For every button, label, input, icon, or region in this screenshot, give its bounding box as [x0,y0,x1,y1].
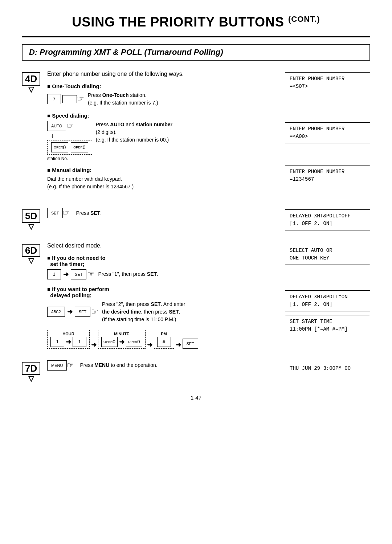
page-number: 1-47 [22,394,370,401]
section-header: D: Programming XMT & POLL (Turnaround Po… [22,44,370,61]
screen-4d-2: ENTER PHONE NUMBER =<A00> [285,122,370,143]
key-1-mode1: 1 [47,269,61,279]
screen-6d-2: DELAYED XMT&POLL=ON [1. OFF 2. ON] [285,290,370,311]
menu-key-7d: MENU [47,360,67,371]
final-set-key: SET [183,339,198,349]
step-5d-badge: 5D ▽ [22,208,47,231]
set-key-mode1: SET [71,269,86,279]
timer-row: HOUR 1 ➜ 1 ➜ MINUTE OPER 0 ➜ OPER [47,330,285,349]
page-title: USING THE PRIORITY BUTTONS (CONT.) [22,15,370,30]
screen-6d-3: SET START TIME 11:00PM [*=AM #=PM] [285,315,370,336]
mode2-block: ■ If you want to perform delayed polling… [47,286,285,323]
mode1-block: ■ If you do not need to set the timer; 1… [47,255,285,279]
hand-icon-5d: ☞ [63,208,70,218]
step-7d-screens: THU JUN 29 3:00PM 00 [285,360,370,375]
set-key-mode2: SET [75,307,90,317]
step-6d-screens: SELECT AUTO OR ONE TOUCH KEY DELAYED XMT… [285,242,370,336]
one-touch-method: ■ One-Touch dialing: 7 ☞ Press One-Touch… [47,83,285,107]
step-4d: 4D ▽ Enter phone number using one of the… [22,71,370,196]
step-6d: 6D ▽ Select desired mode. ■ If you do no… [22,242,370,349]
pm-group: PM # [154,330,174,349]
step-7d-badge: 7D ▽ [22,360,47,383]
one-touch-key: 7 [47,94,61,104]
step-7d: 7D ▽ MENU ☞ Press MENU to end the operat… [22,360,370,383]
screen-7d: THU JUN 29 3:00PM 00 [285,362,370,375]
hand-icon-7d: ☞ [67,361,74,370]
step-5d-screens: DELAYED XMT&POLL=OFF [1. OFF 2. ON] [285,208,370,230]
step-4d-screens: ENTER PHONE NUMBER =<S07> ENTER PHONE NU… [285,71,370,186]
step-5d: 5D ▽ SET ☞ Press SET. DELAYED XMT&POLL=O… [22,208,370,231]
screen-4d-1: ENTER PHONE NUMBER =<S07> [285,72,370,93]
screen-4d-3: ENTER PHONE NUMBER =1234567 [285,165,370,186]
speed-dial-method: ■ Speed dialing: AUTO ☞ ↓ OPER [47,113,285,161]
hour-group: HOUR 1 ➜ 1 [47,330,90,349]
step-4d-badge: 4D ▽ [22,71,47,94]
button-visual [62,95,77,103]
oper-keys-box: OPER 0 OPER 0 [47,140,92,155]
screen-6d-1: SELECT AUTO OR ONE TOUCH KEY [285,244,370,265]
step-6d-badge: 6D ▽ [22,242,47,265]
hand-icon-1: ☞ [77,94,84,104]
screen-5d: DELAYED XMT&POLL=OFF [1. OFF 2. ON] [285,209,370,230]
down-arrow: ↓ [51,132,54,139]
minute-group: MINUTE OPER 0 ➜ OPER 0 [98,330,146,349]
auto-key: AUTO [47,121,66,131]
hand-mode1: ☞ [87,270,94,279]
hand-icon-2: ☞ [67,121,74,131]
key-2-mode2: ABC 2 [47,307,65,317]
manual-dial-method: ■ Manual dialing: Dial the number with d… [47,167,285,191]
set-key-5d: SET [47,208,63,218]
step-4d-content: Enter phone number using one of the foll… [47,71,285,196]
hand-mode2: ☞ [91,307,98,316]
